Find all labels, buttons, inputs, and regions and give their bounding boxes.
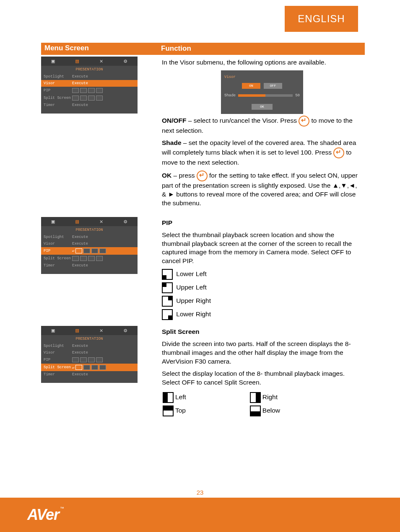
visor-onoff-text: ON/OFF – select to run/cancel the Visor.…: [162, 116, 362, 135]
osd-tab-image-icon: ▣: [41, 327, 65, 334]
visor-ok-button: OK: [252, 104, 273, 110]
osd-spotlight-val: Execute: [72, 235, 135, 239]
osd-timer-label: Timer: [44, 372, 72, 377]
visor-intro: In the Visor submenu, the following opti…: [162, 58, 362, 67]
osd-timer-val: Execute: [72, 263, 135, 268]
osd-pip-label: PIP: [44, 358, 72, 362]
pip-ur-label: Upper Right: [176, 297, 211, 304]
osd-tab-image-icon: ▣: [41, 218, 65, 225]
split-option-top: Top: [163, 405, 249, 417]
osd-timer-val: Execute: [72, 103, 135, 107]
lower-right-icon: [162, 309, 173, 320]
brand-text: AVer: [27, 506, 59, 523]
split-option-right: Right: [250, 391, 361, 404]
right-icon: [250, 392, 261, 403]
osd-visor-label: Visor: [44, 351, 72, 355]
osd-tab-presentation-icon: ▤: [65, 218, 90, 225]
upper-left-icon: [162, 282, 173, 293]
pip-row: ▣ ▤ ✕ ⚙ PRESENTATION SpotlightExecute Vi…: [41, 215, 365, 325]
osd-pip-opts: [72, 88, 135, 93]
osd-tab-presentation-icon: ▤: [65, 327, 90, 334]
enter-icon: [197, 170, 208, 181]
split-right-label: Right: [262, 393, 278, 400]
osd-tab-tools-icon: ✕: [89, 58, 114, 65]
pip-title: PIP: [162, 219, 172, 226]
visor-shade-label: Shade: [224, 93, 236, 98]
pip-body: Select the thumbnail playback screen loc…: [162, 231, 362, 266]
header-function: Function: [158, 43, 365, 55]
split-row: ▣ ▤ ✕ ⚙ PRESENTATION SpotlightExecute Vi…: [41, 324, 365, 422]
visor-ok-bold: OK: [162, 172, 171, 179]
visor-onoff-t1: – select to run/cancel the Visor. Press: [187, 117, 299, 124]
visor-row: ▣ ▤ ✕ ⚙ PRESENTATION SpotlightExecute Vi…: [41, 55, 365, 215]
visor-popup-title: Visor: [224, 75, 300, 80]
osd-spotlight-label: Spotlight: [44, 235, 72, 239]
osd-tab-settings-icon: ⚙: [114, 58, 138, 65]
osd-split-label: Split Screen: [44, 256, 72, 261]
osd-title: PRESENTATION: [41, 226, 138, 234]
osd-tab-settings-icon: ⚙: [114, 327, 138, 334]
osd-title: PRESENTATION: [41, 66, 138, 73]
split-option-below: Below: [250, 405, 361, 417]
menu-function-table: Menu Screen Function ▣ ▤ ✕ ⚙ PRESENTATIO…: [41, 43, 365, 422]
osd-timer-val: Execute: [72, 372, 135, 377]
split-option-left: Left: [163, 391, 249, 404]
osd-visor-label: Visor: [44, 242, 72, 246]
split-left-label: Left: [175, 393, 186, 400]
enter-icon: [299, 116, 309, 127]
upper-right-icon: [162, 296, 173, 307]
visor-shade-bar: [238, 94, 293, 97]
osd-visor-val: Execute: [72, 242, 135, 246]
osd-tab-presentation-icon: ▤: [65, 58, 90, 65]
osd-screenshot-visor: ▣ ▤ ✕ ⚙ PRESENTATION SpotlightExecute Vi…: [41, 57, 138, 114]
visor-shade-value: 50: [295, 93, 300, 98]
table-header-row: Menu Screen Function: [41, 43, 365, 55]
osd-visor-val: Execute: [72, 351, 135, 355]
pip-ul-label: Upper Left: [176, 284, 206, 291]
below-icon: [250, 405, 261, 416]
pip-option-ll: Lower Left: [162, 269, 362, 280]
osd-tab-image-icon: ▣: [41, 58, 65, 65]
top-icon: [163, 405, 174, 416]
language-tab: ENGLISH: [285, 6, 358, 32]
osd-tab-tools-icon: ✕: [89, 218, 114, 225]
visor-shade-bold: Shade: [162, 139, 182, 146]
osd-spotlight-label: Spotlight: [44, 75, 72, 79]
osd-spotlight-label: Spotlight: [44, 344, 72, 348]
visor-shade-t1: – set the opacity level of the covered a…: [162, 139, 356, 156]
split-title: Split Screen: [162, 328, 200, 335]
osd-pip-opts: [72, 357, 135, 362]
osd-screenshot-split: ▣ ▤ ✕ ⚙ PRESENTATION SpotlightExecute Vi…: [41, 326, 138, 383]
osd-timer-label: Timer: [44, 103, 72, 107]
osd-split-opts: [72, 256, 135, 261]
osd-title: PRESENTATION: [41, 335, 138, 343]
visor-ok-t1: – press: [171, 172, 196, 179]
page-number: 23: [0, 489, 400, 496]
split-top-label: Top: [175, 407, 186, 414]
pip-option-ur: Upper Right: [162, 296, 362, 307]
brand-logo: AVer™: [27, 506, 64, 524]
osd-screenshot-pip: ▣ ▤ ✕ ⚙ PRESENTATION SpotlightExecute Vi…: [41, 217, 138, 274]
pip-option-ul: Upper Left: [162, 282, 362, 293]
pip-lr-label: Lower Right: [176, 310, 211, 318]
split-body2: Select the display location of the 8- th…: [162, 369, 362, 387]
visor-popup-screenshot: Visor ON OFF Shade 50 OK: [221, 70, 303, 114]
header-menu-screen: Menu Screen: [41, 43, 158, 55]
osd-split-label: Split Screen: [44, 365, 72, 369]
osd-visor-label: Visor: [44, 81, 72, 85]
trademark-icon: ™: [60, 506, 64, 511]
split-body1: Divide the screen into two parts. Half o…: [162, 340, 362, 366]
osd-timer-label: Timer: [44, 263, 72, 268]
split-options-grid: Left Right Top Below: [162, 390, 362, 418]
osd-split-label: Split Screen: [44, 96, 72, 100]
osd-spotlight-val: Execute: [72, 344, 135, 348]
visor-off-button: OFF: [264, 83, 282, 89]
visor-on-button: ON: [242, 83, 260, 89]
osd-pip-label: PIP: [44, 88, 72, 93]
visor-ok-text: OK – press for the setting to take effec…: [162, 170, 362, 208]
pip-ll-label: Lower Left: [176, 270, 206, 277]
lower-left-icon: [162, 269, 173, 280]
enter-icon: [333, 147, 344, 158]
left-icon: [163, 392, 174, 403]
osd-pip-opts: ↵: [72, 248, 135, 253]
